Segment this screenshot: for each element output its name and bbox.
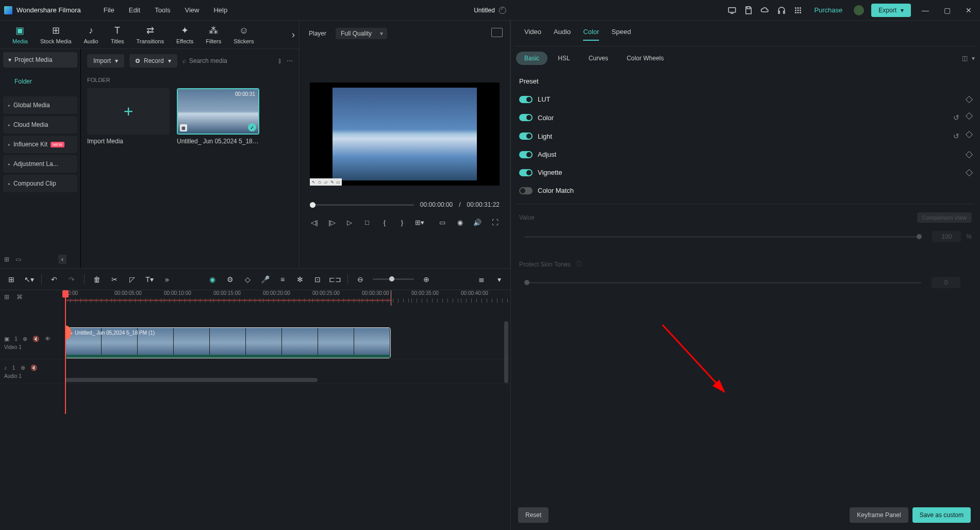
window-close[interactable]: ✕ bbox=[961, 6, 976, 14]
menu-view[interactable]: View bbox=[177, 3, 206, 17]
reset-icon[interactable]: ↺ bbox=[953, 113, 959, 122]
protect-input[interactable]: 0 bbox=[932, 277, 960, 288]
speed-tool-icon[interactable]: ⚙ bbox=[225, 274, 235, 285]
window-minimize[interactable]: — bbox=[918, 6, 933, 14]
menu-file[interactable]: File bbox=[96, 3, 122, 17]
tabs-more-icon[interactable]: › bbox=[292, 29, 295, 40]
purchase-link[interactable]: Purchase bbox=[810, 4, 846, 16]
inspector-tab-speed[interactable]: Speed bbox=[611, 28, 631, 41]
display-icon[interactable]: ▭ bbox=[438, 218, 447, 227]
text-tool-icon[interactable]: T▾ bbox=[144, 274, 155, 285]
mute-track-icon[interactable]: 🔇 bbox=[32, 336, 40, 342]
grid-tool-icon[interactable]: ⊞ bbox=[6, 274, 16, 285]
video-track[interactable]: ▣ 1 ⊕ 🔇 👁 Video 1 ▶Untitled_ Jun 05,2024… bbox=[0, 326, 510, 359]
tab-stock-media[interactable]: ⊞Stock Media bbox=[34, 23, 78, 46]
subtab-color-wheels[interactable]: Color Wheels bbox=[619, 52, 672, 65]
subtab-curves[interactable]: Curves bbox=[580, 52, 617, 65]
crop-menu-icon[interactable]: ⊞▾ bbox=[415, 218, 424, 227]
tab-stickers[interactable]: ☺Stickers bbox=[227, 23, 260, 46]
sidebar-compound-clip[interactable]: ▸Compound Clip bbox=[3, 175, 77, 192]
visibility-icon[interactable]: 👁 bbox=[45, 336, 51, 342]
sidebar-folder[interactable]: Folder bbox=[3, 74, 77, 89]
caption-tool-icon[interactable]: ⊏⊐ bbox=[330, 274, 340, 285]
sidebar-influence-kit[interactable]: ▸Influence KitNEW bbox=[3, 136, 77, 153]
quality-select[interactable]: Full Quality bbox=[336, 28, 387, 39]
mute-track-icon[interactable]: 🔇 bbox=[30, 365, 38, 371]
inspector-tab-color[interactable]: Color bbox=[583, 28, 599, 41]
new-folder-icon[interactable]: ▭ bbox=[15, 256, 21, 263]
protect-slider[interactable] bbox=[524, 282, 921, 284]
inspector-tab-video[interactable]: Video bbox=[524, 28, 541, 41]
timeline-settings-icon[interactable]: ⊞ bbox=[4, 293, 9, 301]
group-tool-icon[interactable]: ⊡ bbox=[312, 274, 323, 285]
value-input[interactable]: 100 bbox=[932, 231, 961, 242]
collapse-sidebar-icon[interactable]: ‹ bbox=[58, 255, 67, 264]
light-toggle[interactable] bbox=[519, 132, 533, 140]
marker-tool-icon[interactable]: ◇ bbox=[242, 274, 253, 285]
expand-icon[interactable]: ▾ bbox=[972, 55, 975, 62]
cut-icon[interactable]: ✂ bbox=[109, 274, 120, 285]
row-color-match[interactable]: Color Match bbox=[514, 181, 977, 200]
stop-icon[interactable]: □ bbox=[362, 218, 372, 227]
playhead[interactable] bbox=[65, 290, 66, 414]
volume-icon[interactable]: 🔊 bbox=[473, 218, 482, 227]
keyframe-diamond-icon[interactable] bbox=[966, 151, 973, 158]
zoom-out-icon[interactable]: ⊖ bbox=[355, 274, 366, 285]
window-maximize[interactable]: ▢ bbox=[940, 6, 954, 14]
vertical-scrollbar[interactable] bbox=[504, 321, 508, 383]
add-track-icon[interactable]: ⊕ bbox=[23, 336, 27, 342]
step-back-icon[interactable]: |▷ bbox=[327, 218, 337, 227]
row-adjust[interactable]: Adjust bbox=[514, 145, 977, 163]
tab-filters[interactable]: ⁂Filters bbox=[200, 23, 227, 46]
reset-button[interactable]: Reset bbox=[518, 507, 549, 523]
more-icon[interactable]: ⋯ bbox=[287, 57, 293, 64]
color-tool-icon[interactable]: ◉ bbox=[207, 274, 218, 285]
zoom-in-icon[interactable]: ⊕ bbox=[421, 274, 431, 285]
save-as-custom-button[interactable]: Save as custom bbox=[912, 507, 971, 523]
snapshot-icon[interactable] bbox=[491, 28, 503, 37]
player-viewport[interactable]: ↖◇▱✎▭ bbox=[310, 82, 500, 186]
delete-icon[interactable]: 🗑 bbox=[92, 274, 102, 285]
scrub-slider[interactable] bbox=[310, 204, 414, 206]
keyframe-panel-button[interactable]: Keyframe Panel bbox=[850, 507, 908, 523]
sidebar-cloud-media[interactable]: ▸Cloud Media bbox=[3, 116, 77, 134]
mic-tool-icon[interactable]: 🎤 bbox=[260, 274, 270, 285]
filter-icon[interactable]: ⫿ bbox=[278, 57, 281, 64]
row-lut[interactable]: LUT bbox=[514, 90, 977, 108]
adjust-toggle[interactable] bbox=[519, 151, 533, 158]
tab-titles[interactable]: TTitles bbox=[105, 23, 130, 46]
tab-transitions[interactable]: ⇄Transitions bbox=[130, 23, 170, 46]
menu-tools[interactable]: Tools bbox=[147, 3, 177, 17]
menu-help[interactable]: Help bbox=[206, 3, 235, 17]
sidebar-adjustment-layer[interactable]: ▸Adjustment La... bbox=[3, 155, 77, 173]
track-menu-icon[interactable]: ▾ bbox=[494, 274, 504, 285]
undo-icon[interactable]: ↶ bbox=[49, 274, 59, 285]
vignette-toggle[interactable] bbox=[519, 169, 533, 176]
pointer-tool-icon[interactable]: ↖▾ bbox=[24, 274, 34, 285]
search-media[interactable]: ⌕ Search media bbox=[182, 57, 273, 64]
record-button[interactable]: Record▾ bbox=[129, 54, 177, 68]
row-color[interactable]: Color ↺ bbox=[514, 108, 977, 127]
sidebar-global-media[interactable]: ▸Global Media bbox=[3, 96, 77, 114]
value-slider[interactable] bbox=[524, 236, 922, 238]
menu-edit[interactable]: Edit bbox=[122, 3, 147, 17]
save-icon[interactable] bbox=[744, 6, 753, 15]
row-vignette[interactable]: Vignette bbox=[514, 163, 977, 181]
media-clip-card[interactable]: 00:00:31 ▦ ✓ Untitled_ Jun 05,2024 5_18 … bbox=[177, 88, 259, 145]
info-icon[interactable]: ⓘ bbox=[576, 260, 582, 269]
more-tools-icon[interactable]: » bbox=[162, 274, 172, 285]
play-icon[interactable]: ▷ bbox=[345, 218, 354, 227]
mark-out-icon[interactable]: } bbox=[397, 218, 407, 227]
audio-tool-icon[interactable]: ≡ bbox=[277, 274, 288, 285]
sidebar-project-media[interactable]: ▾ Project Media bbox=[3, 52, 77, 68]
add-track-icon[interactable]: ⊕ bbox=[21, 365, 25, 371]
camera-icon[interactable]: ◉ bbox=[455, 218, 464, 227]
zoom-slider[interactable] bbox=[373, 278, 414, 280]
keyframe-diamond-icon[interactable] bbox=[966, 95, 973, 103]
subtab-hsl[interactable]: HSL bbox=[550, 52, 578, 65]
import-media-card[interactable]: + Import Media bbox=[87, 88, 170, 145]
comparison-view-button[interactable]: Comparison View bbox=[917, 212, 972, 223]
timeline-ruler[interactable]: ⊞ ⌘ 00:00 00:00:05:00 00:00:10:00 00:00:… bbox=[0, 290, 510, 306]
new-bin-icon[interactable]: ⊞ bbox=[4, 256, 9, 263]
compare-view-icon[interactable]: ◫ bbox=[962, 55, 968, 62]
